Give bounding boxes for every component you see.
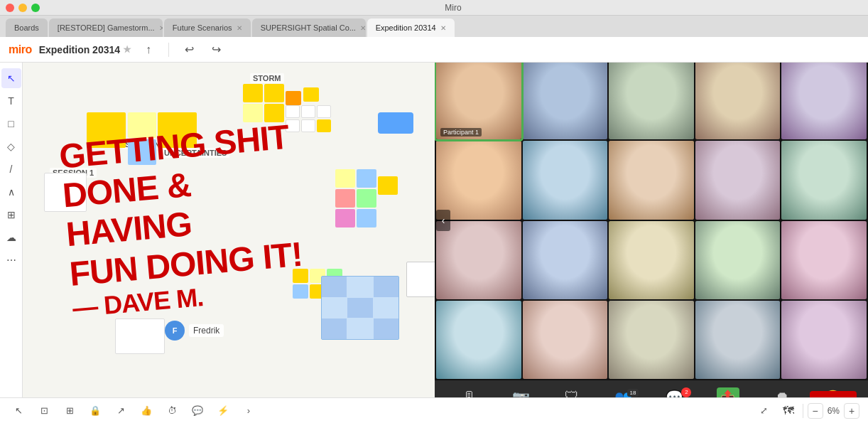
sticky-note[interactable] [303,87,319,102]
image-tool[interactable]: ⊞ [1,205,21,225]
sticky-note[interactable] [317,105,331,118]
zoom-out-button[interactable]: − [808,403,823,419]
lock-tool[interactable]: 🔒 [85,401,105,421]
redo-button[interactable]: ↪ [206,40,226,60]
minimap-icon[interactable]: 🗺 [779,401,798,421]
grid-tool[interactable]: ⊞ [60,401,80,421]
video-cell-16[interactable] [436,301,521,379]
text-tool[interactable]: T [1,91,21,111]
like-tool[interactable]: 👍 [136,401,156,421]
video-cell-18[interactable] [609,301,694,379]
canvas-card[interactable] [115,318,165,354]
sticky-note-tool[interactable]: □ [1,114,21,134]
sticky-note[interactable] [335,169,355,188]
tab-gamestorm[interactable]: [RESTORED] Gamestorm... ✕ [49,18,163,37]
tab-label: Boards [14,23,39,32]
video-cell-2[interactable] [523,61,608,139]
upload-button[interactable]: ↑ [139,40,158,60]
select-tool[interactable]: ↖ [1,68,21,88]
fullscreen-icon[interactable]: ⤢ [754,401,774,421]
canvas-shape[interactable] [378,112,413,134]
sticky-note[interactable] [378,176,398,195]
zoom-in-button[interactable]: + [844,403,859,419]
tab-close-icon[interactable]: ✕ [360,24,366,32]
chat-tool[interactable]: 💬 [188,401,207,421]
tab-close-icon[interactable]: ✕ [237,24,242,32]
favorite-icon[interactable]: ★ [123,44,131,55]
prev-page-button[interactable]: ‹ [436,210,450,231]
sticky-note[interactable] [243,84,263,102]
video-cell-15[interactable] [781,221,867,299]
frame-tool[interactable]: ⊡ [34,401,54,421]
bottom-toolbar: ↖ ⊡ ⊞ 🔒 ↗ 👍 ⏱ 💬 ⚡ › ⤢ 🗺 − 6% + [0,397,868,423]
toolbar-separator [168,43,169,57]
sticky-note[interactable] [317,119,331,132]
connector-tool[interactable]: ∧ [1,182,21,202]
video-cell-6[interactable] [436,141,521,219]
sticky-note[interactable] [286,105,300,118]
sticky-note[interactable] [264,84,284,102]
lightning-tool[interactable]: ⚡ [213,401,233,421]
canvas-content: GETTING SHIT DONE & HAVING FUN DOING IT!… [23,63,435,397]
sticky-note[interactable] [357,169,376,188]
comment-tool[interactable]: ☁ [1,227,21,247]
sticky-note[interactable] [301,119,315,132]
sticky-note[interactable] [301,105,315,118]
window-chrome: Miro [0,0,868,16]
video-cell-7[interactable] [523,141,608,219]
tab-label: Expedition 20314 [376,23,436,32]
tab-expedition[interactable]: Expedition 20314 ✕ [367,18,455,37]
tab-close-icon[interactable]: ✕ [440,24,446,32]
video-cell-5[interactable] [781,61,867,139]
sticky-note[interactable] [335,209,355,227]
grid-element[interactable] [321,276,399,340]
sticky-note[interactable] [357,209,376,227]
undo-button[interactable]: ↩ [179,40,199,60]
participant-avatar: F [165,321,185,341]
shape-tool[interactable]: ◇ [1,136,21,156]
maximize-button[interactable] [31,4,40,12]
canvas-card[interactable] [406,262,435,297]
miro-canvas[interactable]: GETTING SHIT DONE & HAVING FUN DOING IT!… [23,63,435,397]
video-cell-12[interactable] [523,221,608,299]
share-tool[interactable]: ↗ [111,401,131,421]
tab-supersight[interactable]: SUPERSIGHT Spatial Co... ✕ [252,18,366,37]
timer-tool[interactable]: ⏱ [162,401,182,421]
video-cell-17[interactable] [523,301,608,379]
handwriting-quote: GETTING SHIT DONE & HAVING FUN DOING IT!… [58,117,308,323]
zoom-controls: ⤢ 🗺 − 6% + [754,401,859,421]
video-cell-20[interactable] [781,301,867,379]
video-cell-10[interactable] [781,141,867,219]
zoom-panel: ✓ Turn off Original Sound ▾ 🔊 You are sh… [435,37,868,423]
minimize-button[interactable] [18,4,27,12]
sticky-note[interactable] [335,189,355,208]
miro-toolbar: miro Expedition 20314 ★ ↑ ↩ ↪ [0,37,868,63]
video-cell-19[interactable] [695,301,781,379]
sticky-note[interactable] [286,91,301,105]
close-button[interactable] [6,4,14,12]
tab-close-icon[interactable]: ✕ [159,24,163,32]
zoom-level: 6% [828,406,840,416]
video-cell-14[interactable] [695,221,781,299]
section-storm: STORM [250,73,284,83]
cursor-tool-bottom[interactable]: ↖ [9,401,28,421]
tab-label: Future Scenarios [173,23,232,32]
sticky-note[interactable] [357,189,376,208]
miro-logo: miro [9,43,32,56]
tab-label: [RESTORED] Gamestorm... [58,23,155,32]
video-cell-3[interactable] [609,61,694,139]
tab-boards[interactable]: Boards [6,18,48,37]
video-grid: ‹ 1/2 Participant 1 [435,60,868,380]
video-cell-9[interactable] [695,141,781,219]
video-cell-1[interactable]: Participant 1 [436,61,521,139]
video-cell-4[interactable] [695,61,781,139]
video-cell-8[interactable] [609,141,694,219]
pen-tool[interactable]: / [1,159,21,179]
tab-label: SUPERSIGHT Spatial Co... [261,23,356,32]
video-cell-13[interactable] [609,221,694,299]
board-title-area: Expedition 20314 ★ [39,44,131,55]
expand-icon[interactable]: › [239,401,259,421]
video-cell-11[interactable] [436,221,521,299]
tab-future-scenarios[interactable]: Future Scenarios ✕ [164,18,251,37]
more-tools[interactable]: ⋯ [1,250,21,270]
